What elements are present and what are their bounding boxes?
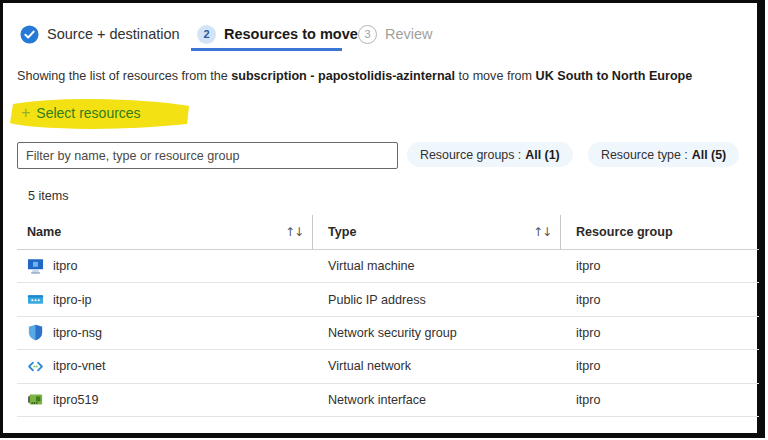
plus-icon: + [21,106,30,120]
filter-input[interactable] [17,142,398,169]
active-tab-underline [191,48,342,51]
tab-label: Source + destination [47,26,180,42]
tab-label: Review [385,26,433,42]
resource-name: itpro519 [53,393,99,407]
nsg-icon [27,324,44,341]
resource-name: itpro-vnet [53,359,106,373]
sort-icon[interactable]: ↑↓ [533,225,551,239]
resource-type: Network interface [313,393,561,407]
nic-icon [27,391,44,408]
resource-type: Virtual network [313,359,561,373]
screenshot-frame: Source + destination 2 Resources to move… [0,0,765,438]
resource-group: itpro [561,293,759,307]
resource-name: itpro [53,259,78,273]
table-row[interactable]: itpro-vnet Virtual network itpro [17,350,759,383]
resource-group: itpro [561,326,759,340]
resource-name: itpro-ip [53,293,92,307]
column-header-name[interactable]: Name ↑↓ [17,215,313,249]
resource-group: itpro [561,359,759,373]
tab-review[interactable]: 3 Review [358,22,433,46]
table-row[interactable]: itpro-nsg Network security group itpro [17,317,759,350]
tab-resources-to-move[interactable]: 2 Resources to move [197,22,358,46]
virtual-machine-icon [27,258,44,275]
table-header-row: Name ↑↓ Type ↑↓ Resource group [17,215,759,250]
resource-type: Network security group [313,326,561,340]
resource-type: Public IP address [313,293,561,307]
resources-description: Showing the list of resources from the s… [17,69,762,83]
resource-group: itpro [561,393,759,407]
pill-label: Resource groups : [420,148,521,162]
resource-type: Virtual machine [313,259,561,273]
items-count: 5 items [28,189,69,203]
table-row[interactable]: itpro519 Network interface itpro [17,384,759,417]
resource-type-filter-pill[interactable]: Resource type : All (5) [588,142,739,167]
table-row[interactable]: itpro Virtual machine itpro [17,250,759,283]
resource-groups-filter-pill[interactable]: Resource groups : All (1) [407,142,573,167]
completed-check-icon [20,25,39,44]
resource-name: itpro-nsg [53,326,102,340]
pill-label: Resource type : [601,148,688,162]
select-resources-label: Select resources [36,105,140,121]
step-2-badge: 2 [197,25,216,44]
tab-source-destination[interactable]: Source + destination [20,22,180,46]
vnet-icon [27,358,44,375]
public-ip-icon [27,291,44,308]
pill-value: All (1) [525,148,559,162]
column-header-type[interactable]: Type ↑↓ [313,215,561,249]
select-resources-button[interactable]: + Select resources [21,105,141,121]
resources-table: Name ↑↓ Type ↑↓ Resource group [17,215,759,417]
sort-icon[interactable]: ↑↓ [285,225,303,239]
column-header-resource-group[interactable]: Resource group [561,215,759,249]
resource-group: itpro [561,259,759,273]
move-resources-wizard: Source + destination 2 Resources to move… [3,3,757,433]
step-3-badge: 3 [358,25,377,44]
pill-value: All (5) [692,148,726,162]
tab-label: Resources to move [224,26,358,42]
table-row[interactable]: itpro-ip Public IP address itpro [17,283,759,316]
